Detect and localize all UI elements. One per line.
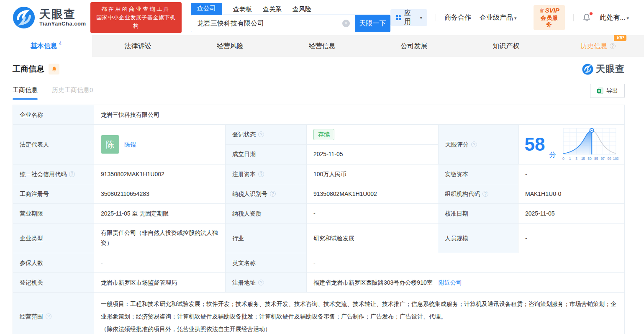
help-icon[interactable]: ? — [471, 141, 477, 147]
tab-operating-risk[interactable]: 经营风险 — [184, 35, 276, 57]
field-label-text: 纳税人识别号 — [232, 190, 267, 198]
apps-menu[interactable]: 应用 ▾ — [390, 9, 427, 26]
svg-text:99: 99 — [608, 157, 612, 161]
company-type-value: 有限责任公司（非自然人投资或控股的法人独资） — [94, 224, 226, 253]
top-nav: 应用 ▾ 商务合作 企业级产品▾ ♛SVIP 会员服务 此处有...▾ — [390, 5, 629, 30]
svg-text:15: 15 — [581, 157, 585, 161]
search-tabs: 查公司 查老板 查关系 查风险 — [191, 3, 390, 15]
tianyancha-logo[interactable]: 天眼查 TianYanCha.com — [13, 6, 86, 29]
clear-search-icon[interactable]: × — [342, 20, 350, 27]
table-row: 营业期限 2025-11-05 至 无固定期限 纳税人资质 - 核准日期 202… — [13, 204, 624, 224]
export-label: 导出 — [606, 87, 618, 95]
avatar[interactable]: 陈 — [101, 135, 119, 154]
search-button[interactable]: 天眼一下 — [355, 15, 390, 32]
help-icon[interactable]: ? — [258, 171, 264, 177]
legal-rep-link[interactable]: 陈锟 — [124, 140, 136, 149]
nav-enterprise-products[interactable]: 企业级产品▾ — [480, 13, 517, 22]
brand-domain: TianYanCha.com — [39, 21, 86, 27]
tab-basic-info[interactable]: 基本信息 4 — [0, 35, 92, 57]
table-row: 经营范围 ? 一般项目：工程和技术研究和试验发展；软件开发；技术服务、技术开发、… — [13, 293, 624, 334]
field-label: 天眼评分 ? — [439, 125, 519, 164]
english-name-value: - — [307, 253, 624, 272]
field-label: 行业 — [226, 224, 307, 253]
field-label-text: 统一社会信用代码 — [20, 170, 67, 179]
subscribe-bell-icon[interactable] — [49, 64, 59, 75]
table-row: 登记机关 龙岩市新罗区市场监督管理局 注册地址 ? 福建省龙岩市新罗区西陂路30… — [13, 273, 624, 293]
subtab-history-info[interactable]: 历史工商信息0 — [52, 86, 93, 100]
field-label: 纳税人识别号 ? — [226, 184, 307, 203]
field-label: 英文名称 — [226, 253, 307, 272]
notification-dot — [589, 12, 593, 15]
chevron-down-icon: ▾ — [420, 15, 422, 21]
score-distribution-chart: 0 1 3 15 50 85 97 99 100 — [561, 127, 618, 162]
svg-text:3: 3 — [576, 157, 578, 161]
field-label: 企业类型 — [13, 224, 94, 253]
top-header: 天眼查 TianYanCha.com 都在用的商业查询工具 国家中小企业发展子基… — [0, 0, 644, 35]
field-label: 统一社会信用代码 ? — [13, 164, 94, 184]
table-row: 企业类型 有限责任公司（非自然人投资或控股的法人独资） 行业 研究和试验发展 人… — [13, 224, 624, 253]
business-info-table: 企业名称 龙岩三快科技有限公司 法定代表人 陈 陈锟 登记状态 ? 存续 — [13, 105, 625, 334]
search-tab-boss[interactable]: 查老板 — [233, 5, 252, 15]
help-icon[interactable]: ? — [258, 131, 264, 137]
user-menu[interactable]: 此处有...▾ — [600, 13, 629, 22]
industry-value: 研究和试验发展 — [307, 224, 438, 253]
svip-membership-badge[interactable]: ♛SVIP 会员服务 — [534, 5, 565, 30]
score-cell: 58 分 — [519, 125, 624, 164]
subtab-current-info[interactable]: 工商信息 — [13, 86, 38, 100]
svg-text:85: 85 — [594, 157, 598, 161]
svg-text:0: 0 — [562, 157, 564, 161]
help-icon[interactable]: ? — [482, 191, 488, 197]
nearby-companies-link[interactable]: 附近公司 — [439, 278, 462, 287]
tab-intellectual-property[interactable]: 知识产权 — [460, 35, 552, 57]
field-label: 法定代表人 — [13, 125, 94, 164]
business-scope-cell: 一般项目：工程和技术研究和试验发展；软件开发；技术服务、技术开发、技术咨询、技术… — [94, 293, 624, 334]
divider — [573, 14, 574, 21]
field-label-text: 登记状态 — [232, 130, 256, 139]
insured-count-value: - — [94, 253, 226, 272]
tab-label: 历史信息 — [580, 42, 607, 51]
reg-capital-value: 100万人民币 — [307, 164, 438, 184]
vip-badge: VIP — [614, 35, 626, 41]
help-icon[interactable]: ? — [46, 313, 51, 319]
tab-history-info[interactable]: 历史信息 ? VIP — [552, 35, 644, 57]
field-label: 登记状态 ? — [226, 125, 307, 144]
svg-text:97: 97 — [601, 157, 605, 161]
help-icon[interactable]: ? — [69, 171, 75, 177]
chevron-down-icon: ▾ — [514, 15, 517, 21]
svip-label: SVIP — [545, 7, 559, 14]
nav-business-cooperation[interactable]: 商务合作 — [444, 13, 471, 22]
divider — [525, 14, 525, 21]
crown-icon: ♛ — [539, 8, 544, 14]
taxpayer-id-value: 91350802MAK1H1U002 — [307, 184, 438, 203]
tab-label: 知识产权 — [493, 42, 519, 51]
help-icon[interactable]: ? — [610, 43, 616, 49]
help-icon[interactable]: ? — [258, 280, 264, 285]
search-tab-relation[interactable]: 查关系 — [263, 5, 282, 15]
excel-icon: X — [597, 87, 603, 94]
export-button[interactable]: X 导出 — [590, 84, 625, 98]
field-label: 企业名称 — [13, 105, 94, 124]
search-input[interactable] — [191, 15, 355, 32]
tab-count: 4 — [59, 41, 62, 46]
field-label: 核准日期 — [438, 204, 518, 223]
business-info-section: 工商信息 天眼查 工商信息 历史工商信息0 X — [0, 57, 644, 334]
notification-bell-icon[interactable] — [582, 13, 591, 22]
slogan-badge: 都在用的商业查询工具 国家中小企业发展子基金旗下机构 — [90, 2, 182, 33]
help-icon[interactable]: ? — [270, 191, 276, 197]
establish-date-value: 2025-11-05 — [307, 145, 439, 164]
business-info-subtabs: 工商信息 历史工商信息0 — [13, 86, 93, 100]
field-label: 人员规模 — [438, 224, 518, 253]
field-label: 登记机关 — [13, 273, 94, 292]
search-tab-risk[interactable]: 查风险 — [292, 5, 311, 15]
table-row: 统一社会信用代码 ? 91350802MAK1H1U002 注册资本 ? 100… — [13, 164, 624, 184]
svg-text:X: X — [598, 89, 600, 93]
tab-operating-info[interactable]: 经营信息 — [276, 35, 368, 57]
status-badge: 存续 — [313, 129, 334, 140]
svg-text:100: 100 — [613, 157, 618, 161]
tab-legal[interactable]: 法律诉讼 — [92, 35, 184, 57]
svg-text:1: 1 — [569, 157, 571, 161]
table-row: 参保人数 - 英文名称 - — [13, 253, 624, 273]
search-tab-company[interactable]: 查公司 — [191, 3, 222, 15]
tab-company-development[interactable]: 公司发展 — [368, 35, 460, 57]
field-label: 营业期限 — [13, 204, 94, 223]
